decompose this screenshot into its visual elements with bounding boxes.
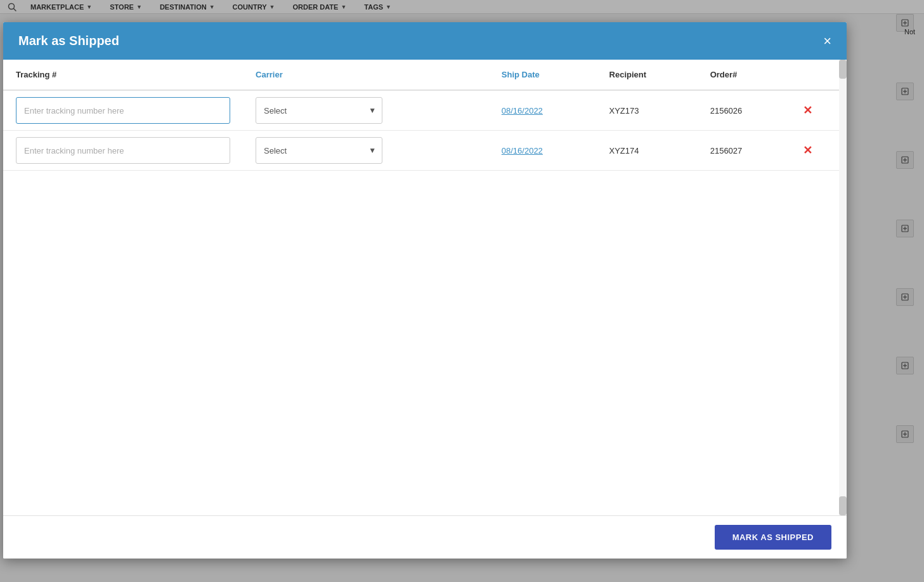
recipient-value-2: XYZ174 [609,146,639,155]
table-row: Select UPS FedEx USPS ▼ 08/16/2022 [3,90,847,131]
mark-as-shipped-modal: Mark as Shipped × Tracking # Carrier Shi… [3,22,847,559]
carrier-select-2[interactable]: Select UPS FedEx USPS [256,137,382,164]
order-value-1: 2156026 [710,106,743,116]
recipient-cell-2: XYZ174 [597,131,698,171]
col-recipient: Recipient [597,60,698,90]
col-order: Order# [698,60,790,90]
ship-date-link-1[interactable]: 08/16/2022 [502,106,543,116]
carrier-cell-2: Select UPS FedEx USPS ▼ [243,131,489,171]
carrier-cell-1: Select UPS FedEx USPS ▼ [243,90,489,131]
mark-as-shipped-button[interactable]: MARK AS SHIPPED [715,525,831,550]
modal-title: Mark as Shipped [18,34,119,48]
carrier-select-1[interactable]: Select UPS FedEx USPS [256,97,382,124]
modal-body-wrapper: Tracking # Carrier Ship Date Recipient O… [3,60,847,515]
scroll-thumb-top [839,60,847,79]
modal-close-button[interactable]: × [823,34,831,48]
scrollbar[interactable] [839,60,847,515]
tracking-cell-2 [3,131,243,171]
carrier-select-wrapper-2: Select UPS FedEx USPS ▼ [256,137,382,164]
modal-header: Mark as Shipped × [3,22,847,60]
tracking-cell-1 [3,90,243,131]
order-cell-2: 2156027 [698,131,790,171]
col-ship-date: Ship Date [489,60,597,90]
delete-cell-2: ✕ [790,131,847,171]
ship-date-cell-1: 08/16/2022 [489,90,597,131]
recipient-value-1: XYZ173 [609,106,639,116]
shipment-table: Tracking # Carrier Ship Date Recipient O… [3,60,847,171]
ship-date-cell-2: 08/16/2022 [489,131,597,171]
order-cell-1: 2156026 [698,90,790,131]
table-row: Select UPS FedEx USPS ▼ 08/16/2022 [3,131,847,171]
modal-footer: MARK AS SHIPPED [3,515,847,559]
carrier-select-wrapper-1: Select UPS FedEx USPS ▼ [256,97,382,124]
delete-button-1[interactable]: ✕ [803,103,812,117]
delete-button-2[interactable]: ✕ [803,143,812,157]
col-carrier: Carrier [243,60,489,90]
tracking-input-2[interactable] [16,137,230,164]
recipient-cell-1: XYZ173 [597,90,698,131]
col-actions [790,60,847,90]
scroll-thumb-bottom [839,496,847,515]
ship-date-link-2[interactable]: 08/16/2022 [502,146,543,155]
order-value-2: 2156027 [710,146,743,155]
col-tracking: Tracking # [3,60,243,90]
modal-body: Tracking # Carrier Ship Date Recipient O… [3,60,847,171]
delete-cell-1: ✕ [790,90,847,131]
tracking-input-1[interactable] [16,97,230,124]
